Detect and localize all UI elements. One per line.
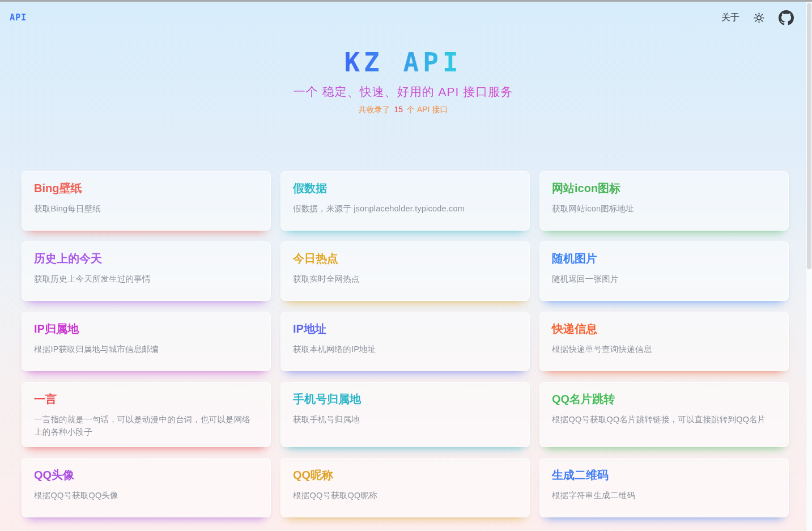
api-card-description: 根据IP获取归属地与城市信息邮编 (34, 343, 258, 355)
api-card[interactable]: 今日热点 获取实时全网热点 (280, 241, 530, 301)
github-icon (779, 10, 794, 26)
api-card-description: 根据快递单号查询快递信息 (552, 343, 776, 355)
scrollbar-thumb[interactable] (807, 3, 811, 269)
api-card-description: 根据QQ号获取QQ头像 (34, 489, 258, 502)
header: API 关于 (0, 2, 806, 33)
api-card[interactable]: 快递信息 根据快递单号查询快递信息 (539, 312, 789, 371)
api-card-description: 根据QQ号获取QQ名片跳转链接，可以直接跳转到QQ名片 (552, 413, 776, 426)
api-card-description: 获取网站icon图标地址 (552, 202, 776, 215)
api-card-description: 获取Bing每日壁纸 (34, 202, 258, 215)
header-nav: 关于 (721, 10, 794, 26)
logo-link[interactable]: API (10, 12, 27, 23)
api-card-description: 获取本机网络的IP地址 (293, 343, 517, 355)
api-count-line: 共收录了 15 个 API 接口 (0, 105, 806, 115)
window-top-edge (0, 0, 812, 2)
api-card-description: 获取历史上今天所发生过的事情 (34, 273, 258, 285)
api-card[interactable]: QQ头像 根据QQ号获取QQ头像 (22, 458, 271, 517)
api-card-title: QQ昵称 (293, 468, 517, 483)
api-card[interactable]: 生成二维码 根据字符串生成二维码 (539, 458, 789, 517)
api-card-title: QQ名片跳转 (552, 392, 776, 407)
api-card[interactable]: QQ名片跳转 根据QQ号获取QQ名片跳转链接，可以直接跳转到QQ名片 (539, 382, 789, 447)
api-card-title: IP地址 (293, 321, 517, 337)
api-card-title: 生成二维码 (552, 468, 776, 483)
hero-section: KZ API 一个 稳定、快速、好用的 API 接口服务 共收录了 15 个 A… (0, 48, 806, 115)
about-link[interactable]: 关于 (721, 12, 739, 24)
api-card[interactable]: IP地址 获取本机网络的IP地址 (280, 312, 530, 371)
api-card-title: QQ头像 (34, 468, 258, 483)
api-card-description: 随机返回一张图片 (552, 273, 776, 285)
theme-toggle-button[interactable] (753, 12, 765, 24)
api-card-title: 假数据 (293, 181, 517, 196)
api-card-title: IP归属地 (34, 321, 258, 337)
api-card[interactable]: IP归属地 根据IP获取归属地与城市信息邮编 (22, 312, 271, 371)
api-card-title: 历史上的今天 (34, 251, 258, 266)
api-card-title: 随机图片 (552, 251, 776, 266)
api-card[interactable]: 假数据 假数据，来源于 jsonplaceholder.typicode.com (280, 171, 530, 231)
api-card-title: 网站icon图标 (552, 181, 776, 196)
api-card-description: 根据字符串生成二维码 (552, 489, 776, 502)
api-card-title: Bing壁纸 (34, 181, 258, 196)
github-button[interactable] (779, 10, 794, 26)
api-card-description: 一言指的就是一句话，可以是动漫中的台词，也可以是网络上的各种小段子 (34, 413, 258, 439)
api-card[interactable]: 历史上的今天 获取历史上今天所发生过的事情 (22, 241, 271, 301)
scrollbar[interactable] (806, 2, 812, 531)
api-card[interactable]: QQ昵称 根据QQ号获取QQ昵称 (280, 458, 530, 517)
api-card[interactable]: 手机号归属地 获取手机号归属地 (280, 382, 530, 447)
api-card-title: 今日热点 (293, 251, 517, 266)
api-card-title: 快递信息 (552, 321, 776, 337)
api-card-grid: Bing壁纸 获取Bing每日壁纸 假数据 假数据，来源于 jsonplaceh… (0, 171, 806, 517)
api-card-description: 获取手机号归属地 (293, 413, 517, 426)
api-card[interactable]: 一言 一言指的就是一句话，可以是动漫中的台词，也可以是网络上的各种小段子 (22, 382, 271, 447)
api-card[interactable]: Bing壁纸 获取Bing每日壁纸 (22, 171, 271, 231)
api-card[interactable]: 随机图片 随机返回一张图片 (539, 241, 789, 301)
count-number: 15 (393, 105, 405, 114)
api-card-description: 获取实时全网热点 (293, 273, 517, 285)
api-card-description: 假数据，来源于 jsonplaceholder.typicode.com (293, 202, 517, 215)
count-suffix: 个 API 接口 (407, 105, 448, 114)
page-background: API 关于 (0, 2, 806, 531)
page-subtitle: 一个 稳定、快速、好用的 API 接口服务 (0, 84, 806, 100)
api-card-title: 手机号归属地 (293, 392, 517, 407)
api-card[interactable]: 网站icon图标 获取网站icon图标地址 (539, 171, 789, 231)
count-prefix: 共收录了 (359, 105, 390, 114)
page-title: KZ API (344, 48, 462, 77)
sun-icon (753, 12, 765, 24)
api-card-title: 一言 (34, 392, 258, 407)
api-card-description: 根据QQ号获取QQ昵称 (293, 489, 517, 502)
